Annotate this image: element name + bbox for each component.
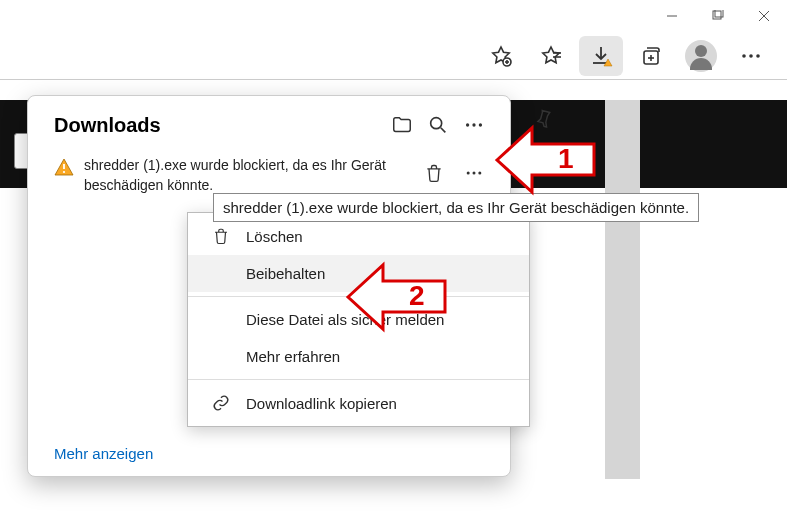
menu-delete[interactable]: Löschen [188,217,529,255]
download-item-text: shredder (1).exe wurde blockiert, da es … [84,156,406,195]
open-folder-button[interactable] [384,108,420,142]
window-minimize-button[interactable] [649,0,695,32]
svg-point-15 [742,54,746,58]
svg-point-16 [749,54,753,58]
menu-keep-label: Beibehalten [246,265,325,282]
svg-point-22 [479,123,482,126]
download-blocked-tooltip: shredder (1).exe wurde blockiert, da es … [213,193,699,222]
window-titlebar [0,0,787,32]
warning-triangle-icon [54,158,74,176]
downloads-panel-title: Downloads [54,114,384,137]
svg-rect-1 [713,11,721,19]
download-item-more-icon[interactable] [456,156,492,190]
menu-delete-label: Löschen [246,228,303,245]
svg-point-24 [63,171,65,173]
collections-button[interactable] [629,36,673,76]
settings-more-button[interactable] [729,36,773,76]
svg-point-17 [756,54,760,58]
link-icon [210,394,232,412]
downloads-button[interactable] [579,36,623,76]
menu-copy-link-label: Downloadlink kopieren [246,395,397,412]
svg-point-27 [478,172,481,175]
add-favorite-button[interactable] [479,36,523,76]
menu-copy-link[interactable]: Downloadlink kopieren [188,384,529,422]
svg-point-26 [473,172,476,175]
downloads-more-button[interactable] [456,108,492,142]
downloads-panel-header: Downloads [28,96,510,150]
svg-point-25 [467,172,470,175]
browser-toolbar [0,32,787,80]
search-downloads-button[interactable] [420,108,456,142]
trash-icon [210,227,232,245]
svg-point-18 [431,118,442,129]
window-close-button[interactable] [741,0,787,32]
annotation-label-1: 1 [558,143,574,174]
show-more-link[interactable]: Mehr anzeigen [54,445,153,462]
menu-learn-more-label: Mehr erfahren [246,348,340,365]
profile-avatar[interactable] [685,40,717,72]
favorites-button[interactable] [529,36,573,76]
annotation-arrow-2: 2 [345,257,465,335]
menu-divider [188,379,529,380]
svg-point-21 [472,123,475,126]
annotation-label-2: 2 [409,280,425,311]
annotation-arrow-1: 1 [494,120,614,198]
menu-learn-more[interactable]: Mehr erfahren [188,338,529,375]
delete-download-icon[interactable] [416,156,452,190]
window-maximize-button[interactable] [695,0,741,32]
svg-line-19 [441,128,446,133]
svg-point-20 [466,123,469,126]
